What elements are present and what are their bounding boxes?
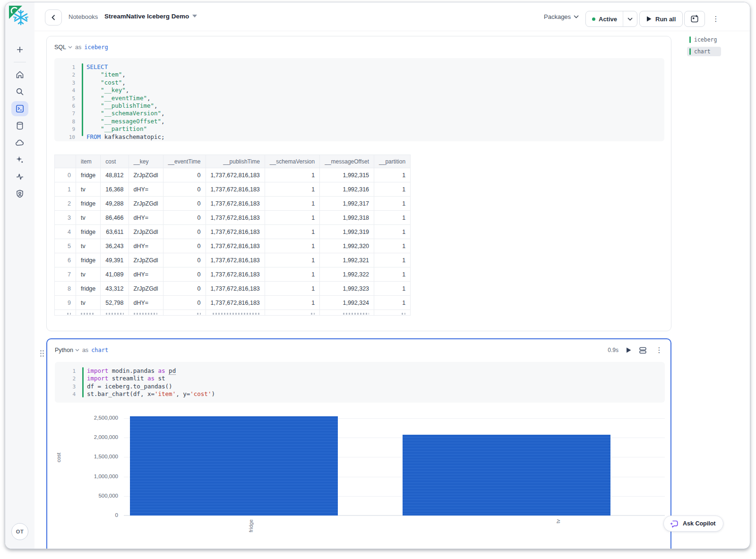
activity-monitor-icon[interactable]	[11, 169, 28, 184]
table-cell: 48,812	[101, 168, 129, 182]
notebook-title-dropdown[interactable]: StreamNative Iceberg Demo	[104, 13, 197, 20]
new-notebook-plus-icon[interactable]	[11, 42, 28, 57]
table-cell: fridge	[76, 253, 101, 267]
column-header: __publishTime	[206, 155, 265, 168]
code-line: 3 "cost",	[54, 79, 664, 86]
admin-shield-icon[interactable]	[11, 186, 28, 201]
x-tick-label: fridge	[248, 519, 254, 533]
bar-fridge	[130, 416, 338, 516]
gridline	[124, 516, 665, 516]
table-cell: 9	[55, 296, 76, 310]
table-cell: 2	[55, 197, 76, 211]
app-window: OT Notebooks StreamNative Iceberg Demo P…	[5, 2, 750, 549]
table-cell: 63,611	[101, 225, 129, 239]
projects-notebooks-icon[interactable]	[11, 101, 28, 116]
results-view-toggle-icon[interactable]	[639, 347, 647, 354]
y-tick-label: 500,000	[66, 493, 118, 499]
table-cell: 86,466	[101, 211, 129, 225]
user-avatar[interactable]: OT	[11, 523, 28, 540]
schedule-button[interactable]	[684, 11, 705, 27]
line-number: 1	[55, 367, 76, 375]
line-number: 4	[55, 390, 76, 398]
as-label: as	[82, 347, 88, 353]
table-cell: 1	[265, 267, 319, 282]
table-cell: dHY=	[129, 267, 163, 282]
table-cell: ZrJpZGdl	[129, 225, 163, 239]
table-cell: 1,737,672,816,183	[206, 239, 265, 253]
sql-language-dropdown[interactable]: SQL	[54, 44, 72, 51]
table-row: 7tv41,089dHY=01,737,672,816,18311,992,32…	[55, 267, 411, 282]
table-cell: dHY=	[129, 239, 163, 253]
table-cell: fridge	[76, 282, 101, 296]
table-row: 5tv36,243dHY=01,737,672,816,18311,992,32…	[55, 239, 411, 253]
code-line: 4 "__key",	[54, 86, 664, 94]
chart-plot-area[interactable]	[124, 407, 665, 516]
table-cell: 41,089	[101, 267, 129, 282]
cell-name-chart[interactable]: chart	[91, 347, 108, 353]
code-line: 7 "__schemaVersion",	[54, 110, 664, 117]
table-cell: tv	[76, 182, 101, 197]
ai-sparkle-icon[interactable]	[11, 152, 28, 167]
table-cell: 7	[55, 267, 76, 282]
packages-dropdown[interactable]: Packages	[544, 13, 579, 20]
table-cell: 1	[374, 253, 411, 267]
column-header: __eventTime	[163, 155, 206, 168]
code-line: 2 "item",	[54, 71, 664, 78]
python-code-editor[interactable]: 1import modin.pandas as pd2import stream…	[55, 362, 665, 403]
table-cell: 6	[55, 253, 76, 267]
code-line: 1SELECT	[54, 63, 664, 71]
table-cell: 1	[374, 282, 411, 296]
back-button[interactable]	[45, 9, 62, 26]
table-cell: 1	[55, 182, 76, 197]
y-axis-label: cost	[56, 453, 61, 462]
table-cell: 1,737,672,816,183	[206, 296, 265, 310]
execution-success-bar	[82, 367, 84, 397]
cell-name-iceberg[interactable]: iceberg	[84, 44, 108, 51]
table-row: 4fridge63,611ZrJpZGdl01,737,672,816,1831…	[55, 225, 411, 239]
breadcrumb-notebooks[interactable]: Notebooks	[69, 13, 98, 20]
table-cell: 1	[374, 239, 411, 253]
cloud-icon[interactable]	[11, 135, 28, 150]
chevron-down-icon	[574, 15, 579, 18]
session-status-chevron[interactable]	[623, 11, 637, 26]
data-database-icon[interactable]	[11, 118, 28, 133]
topbar-kebab-menu-icon[interactable]: ⋮	[711, 11, 721, 27]
cell-runtime: 0.9s	[608, 347, 619, 353]
ask-copilot-button[interactable]: Ask Copilot	[663, 516, 723, 532]
table-cell: 1,737,672,816,183	[206, 267, 265, 282]
table-cell: 1	[374, 197, 411, 211]
bar-tv	[403, 435, 611, 516]
results-table[interactable]: itemcost__key__eventTime__publishTime__s…	[54, 155, 411, 316]
home-icon[interactable]	[11, 67, 28, 82]
clipped-table-row	[55, 310, 411, 316]
snowflake-logo[interactable]	[8, 5, 31, 27]
run-all-button[interactable]: Run all	[639, 11, 683, 27]
drag-handle-icon[interactable]	[40, 350, 44, 359]
line-number: 7	[54, 110, 75, 117]
table-cell: 52,798	[101, 296, 129, 310]
table-cell: 0	[163, 197, 206, 211]
column-header: __key	[129, 155, 163, 168]
sql-code-editor[interactable]: 1SELECT2 "item",3 "cost",4 "__key",5 "__…	[54, 58, 664, 141]
table-cell: 0	[163, 239, 206, 253]
packages-label: Packages	[544, 13, 571, 20]
line-number: 8	[54, 118, 75, 125]
session-status[interactable]: Active	[586, 11, 623, 26]
python-language-dropdown[interactable]: Python	[55, 347, 79, 353]
table-cell: ZrJpZGdl	[129, 282, 163, 296]
table-cell: 1,992,317	[320, 197, 374, 211]
cell-kebab-menu-icon[interactable]: ⋮	[654, 346, 664, 354]
table-cell: ZrJpZGdl	[129, 168, 163, 182]
outline-item-chart[interactable]: chart	[687, 47, 721, 56]
table-cell: 1	[374, 182, 411, 197]
y-tick-label: 2,500,000	[66, 415, 118, 421]
cell-language-label: Python	[55, 347, 73, 353]
line-number: 5	[54, 95, 75, 102]
active-status-dot	[592, 17, 595, 21]
outline-item-iceberg[interactable]: iceberg	[687, 35, 721, 44]
run-cell-play-icon[interactable]	[626, 347, 631, 353]
code-line: 4st.bar_chart(df, x='item', y='cost')	[55, 390, 665, 398]
search-icon[interactable]	[11, 84, 28, 99]
y-tick-label: 0	[66, 512, 118, 518]
line-number: 10	[54, 133, 75, 141]
